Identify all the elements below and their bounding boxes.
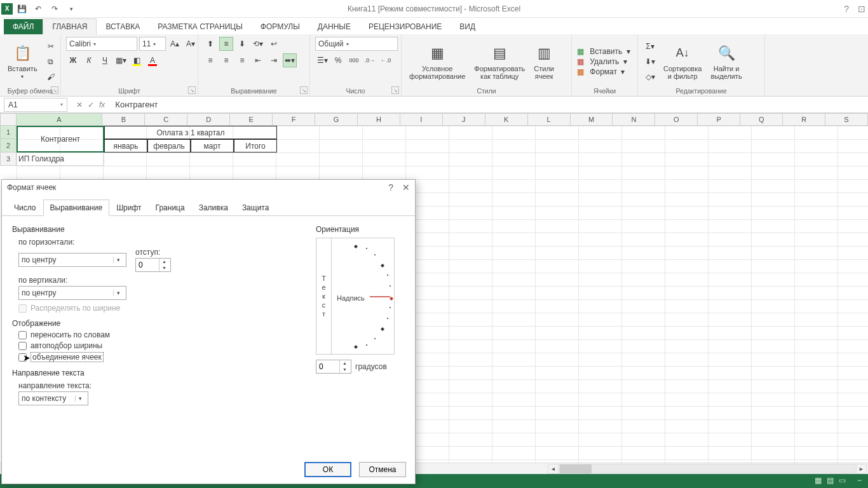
cell-e2[interactable]: Итого <box>234 139 277 152</box>
col-header[interactable]: R <box>783 113 825 126</box>
number-dialog-launcher[interactable]: ↘ <box>391 86 399 94</box>
redo-icon[interactable]: ↷ <box>50 4 60 14</box>
indent-spinner[interactable]: ▲▼ <box>135 258 171 272</box>
font-dialog-launcher[interactable]: ↘ <box>188 86 196 94</box>
indent-up-icon[interactable]: ▲ <box>159 259 169 265</box>
format-painter-button[interactable]: 🖌 <box>44 70 58 84</box>
dialog-tab-border[interactable]: Граница <box>149 200 192 216</box>
col-header[interactable]: K <box>485 113 528 126</box>
row-header[interactable]: 1 <box>0 126 17 139</box>
save-icon[interactable]: 💾 <box>17 4 27 14</box>
merge-center-button[interactable]: ⬌▾ <box>283 53 297 67</box>
col-header[interactable]: M <box>571 113 613 126</box>
col-header[interactable]: Q <box>740 113 783 126</box>
col-header[interactable]: L <box>528 113 571 126</box>
tab-review[interactable]: РЕЦЕНЗИРОВАНИЕ <box>360 19 451 34</box>
col-header[interactable]: O <box>655 113 698 126</box>
horizontal-align-select[interactable]: по центру▾ <box>18 253 126 267</box>
italic-button[interactable]: К <box>82 53 96 67</box>
cell-c2[interactable]: февраль <box>147 139 191 152</box>
undo-icon[interactable]: ↶ <box>33 4 43 14</box>
dialog-tab-protection[interactable]: Защита <box>235 200 276 216</box>
border-button[interactable]: ▦▾ <box>114 53 128 67</box>
dialog-tab-alignment[interactable]: Выравнивание <box>43 200 110 216</box>
row-header[interactable]: 2 <box>0 139 17 152</box>
merge-cells-checkbox[interactable] <box>18 353 27 362</box>
sort-filter-button[interactable]: A↓Сортировка и фильтр <box>661 42 704 81</box>
cell-b1[interactable]: Оплата з 1 квартал <box>104 126 277 139</box>
col-header[interactable]: B <box>102 113 145 126</box>
underline-button[interactable]: Ч <box>98 53 112 67</box>
col-header[interactable]: N <box>613 113 655 126</box>
alignment-dialog-launcher[interactable]: ↘ <box>300 86 308 94</box>
cut-button[interactable]: ✂ <box>44 39 58 53</box>
align-bottom-button[interactable]: ⬇ <box>235 37 249 51</box>
tab-data[interactable]: ДАННЫЕ <box>309 19 360 34</box>
scroll-right-arrow[interactable]: ► <box>856 464 867 474</box>
scroll-left-arrow[interactable]: ◄ <box>548 464 559 474</box>
align-left-button[interactable]: ≡ <box>203 53 217 67</box>
clear-button[interactable]: ◇▾ <box>643 70 657 84</box>
tab-view[interactable]: ВИД <box>451 19 484 34</box>
decrease-decimal-button[interactable]: ←.0 <box>379 53 393 67</box>
format-as-table-button[interactable]: ▤Форматировать как таблицу <box>471 42 527 81</box>
delete-cells-button[interactable]: ▦ Удалить ▾ <box>577 57 630 66</box>
paste-button[interactable]: 📋 Вставить ▾ <box>5 42 40 81</box>
cell-a1[interactable]: Контрагент <box>17 126 104 152</box>
dialog-tab-font[interactable]: Шрифт <box>109 200 148 216</box>
view-normal-icon[interactable]: ▦ <box>815 476 822 485</box>
col-header[interactable]: I <box>400 113 443 126</box>
view-page-break-icon[interactable]: ▭ <box>839 476 846 485</box>
tab-home[interactable]: ГЛАВНАЯ <box>43 18 97 34</box>
help-icon[interactable]: ? <box>844 4 849 14</box>
wrap-text-button[interactable]: ↩ <box>267 37 281 51</box>
scroll-thumb[interactable] <box>560 464 592 473</box>
col-header[interactable]: D <box>187 113 230 126</box>
decrease-font-button[interactable]: A▾ <box>184 37 198 51</box>
tab-formulas[interactable]: ФОРМУЛЫ <box>252 19 309 34</box>
tab-insert[interactable]: ВСТАВКА <box>97 19 149 34</box>
cancel-formula-icon[interactable]: ✕ <box>76 100 83 109</box>
col-header[interactable]: G <box>315 113 358 126</box>
insert-cells-button[interactable]: ▦ Вставить ▾ <box>577 47 630 56</box>
col-header[interactable]: J <box>443 113 485 126</box>
ok-button[interactable]: ОК <box>304 462 351 477</box>
orientation-vertical-text[interactable]: Текст <box>316 238 332 354</box>
file-tab[interactable]: ФАЙЛ <box>4 19 43 34</box>
increase-indent-button[interactable]: ⇥ <box>267 53 281 67</box>
name-box[interactable]: A1▾ <box>4 98 67 112</box>
increase-font-button[interactable]: A▴ <box>168 37 182 51</box>
col-header[interactable]: E <box>230 113 273 126</box>
degrees-up-icon[interactable]: ▲ <box>340 360 349 367</box>
tab-page-layout[interactable]: РАЗМЕТКА СТРАНИЦЫ <box>149 19 252 34</box>
row-header[interactable]: 3 <box>0 152 17 166</box>
align-top-button[interactable]: ⬆ <box>203 37 217 51</box>
dialog-close-icon[interactable]: ✕ <box>402 182 410 193</box>
col-header[interactable]: P <box>698 113 740 126</box>
col-header[interactable]: H <box>358 113 400 126</box>
wrap-text-checkbox[interactable] <box>18 331 27 339</box>
comma-button[interactable]: 000 <box>347 53 361 67</box>
align-middle-button[interactable]: ≡ <box>219 37 233 51</box>
cell-d2[interactable]: март <box>191 139 234 152</box>
fill-button[interactable]: ⬇▾ <box>643 55 657 69</box>
indent-input[interactable] <box>136 261 159 269</box>
orientation-control[interactable]: Текст Надпись <box>316 238 395 355</box>
bold-button[interactable]: Ж <box>66 53 80 67</box>
find-select-button[interactable]: 🔍Найти и выделить <box>708 42 744 81</box>
scroll-track[interactable] <box>559 464 855 474</box>
dialog-tab-fill[interactable]: Заливка <box>192 200 235 216</box>
cancel-button[interactable]: Отмена <box>359 462 406 477</box>
number-format-combo[interactable]: Общий▾ <box>315 37 398 51</box>
decrease-indent-button[interactable]: ⇤ <box>251 53 265 67</box>
col-header[interactable]: F <box>273 113 315 126</box>
degrees-spinner[interactable]: ▲▼ <box>316 360 351 374</box>
accounting-format-button[interactable]: ☰▾ <box>315 53 329 67</box>
orientation-button[interactable]: ⟲▾ <box>251 37 265 51</box>
formula-input[interactable]: Контрагент <box>110 100 868 109</box>
col-header[interactable]: A <box>17 113 103 126</box>
cell-b2[interactable]: январь <box>104 139 147 152</box>
dialog-help-icon[interactable]: ? <box>388 182 393 193</box>
fill-color-button[interactable]: ◧ <box>130 53 144 67</box>
fx-icon[interactable]: fx <box>99 100 105 109</box>
